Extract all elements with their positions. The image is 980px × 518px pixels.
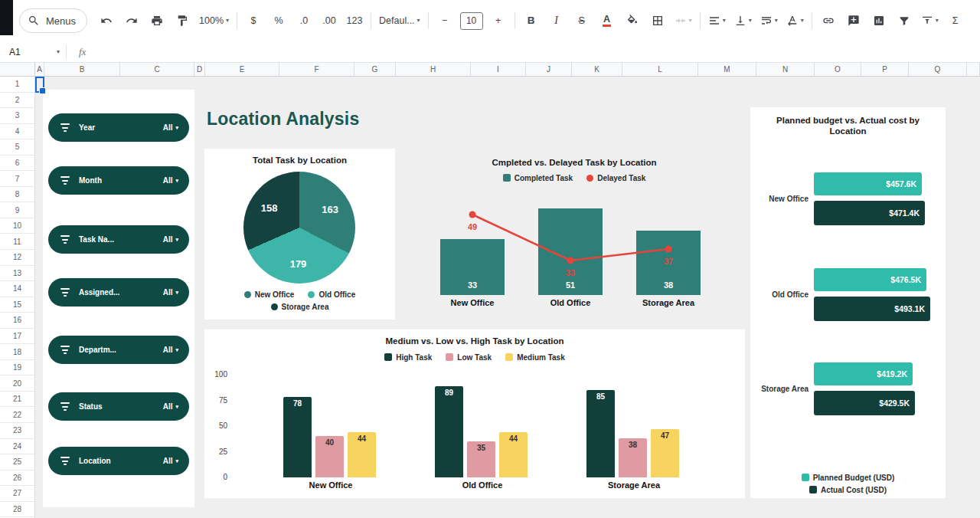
functions-button[interactable]: Σ (943, 9, 968, 32)
row-header-21[interactable]: 21 (0, 392, 34, 408)
strikethrough-button[interactable]: S (570, 9, 594, 32)
slicer-year[interactable]: YearAll▾ (48, 113, 189, 142)
select-all-corner[interactable] (0, 63, 35, 77)
row-header-12[interactable]: 12 (0, 250, 34, 266)
bar-completed-task[interactable]: 33 (440, 239, 505, 295)
formula-input[interactable] (86, 41, 980, 62)
combo-chart[interactable]: Cmpleted vs. Delayed Task by Location Co… (406, 153, 743, 314)
slicer-month[interactable]: MonthAll▾ (48, 166, 189, 195)
bold-button[interactable]: B (519, 9, 544, 32)
bar-low-task[interactable]: 40 (315, 436, 344, 477)
fill-color-button[interactable] (620, 9, 645, 32)
column-header-h[interactable]: H (396, 63, 471, 77)
row-header-24[interactable]: 24 (0, 439, 34, 455)
format-currency-button[interactable]: $ (241, 9, 266, 32)
filter-views-button[interactable]: ▾ (917, 9, 942, 32)
column-header-f[interactable]: F (279, 63, 354, 77)
redo-button[interactable] (119, 9, 144, 32)
column-header-partial[interactable] (967, 63, 980, 77)
italic-button[interactable]: I (544, 9, 569, 32)
row-header-3[interactable]: 3 (0, 108, 34, 124)
menus-button[interactable]: Menus (19, 8, 87, 33)
column-header-e[interactable]: E (205, 63, 279, 77)
bar-high-task[interactable]: 85 (586, 390, 615, 477)
column-header-i[interactable]: I (471, 63, 526, 77)
column-header-p[interactable]: P (861, 63, 909, 77)
bar-planned-budget[interactable]: $476.5K (814, 268, 926, 291)
print-button[interactable] (145, 9, 169, 32)
increase-decimal-button[interactable]: .00 (317, 9, 341, 32)
row-header-9[interactable]: 9 (0, 202, 34, 218)
bar-medium-task[interactable]: 47 (651, 429, 679, 477)
column-header-b[interactable]: B (44, 63, 120, 77)
slicer-assigned[interactable]: Assigned...All▾ (48, 278, 189, 307)
bar-planned-budget[interactable]: $419.2K (814, 362, 913, 385)
row-header-19[interactable]: 19 (0, 360, 34, 376)
more-formats-button[interactable]: 123 (342, 9, 367, 32)
bar-medium-task[interactable]: 44 (348, 432, 376, 477)
create-filter-button[interactable] (892, 9, 916, 32)
paint-format-button[interactable] (170, 9, 194, 32)
pie-chart-card[interactable]: Total Task by Location 163179158New Offi… (204, 149, 395, 320)
zoom-select[interactable]: 100%▾ (195, 9, 233, 32)
sheet-area[interactable]: YearAll▾MonthAll▾Task Na...All▾Assigned.… (35, 77, 980, 518)
insert-comment-button[interactable] (841, 9, 866, 32)
slicer-task-na[interactable]: Task Na...All▾ (48, 225, 189, 254)
bar-high-task[interactable]: 89 (435, 386, 463, 477)
slicer-departm[interactable]: Departm...All▾ (48, 336, 189, 364)
row-header-11[interactable]: 11 (0, 234, 34, 250)
row-header-2[interactable]: 2 (0, 93, 34, 109)
vertical-align-button[interactable]: ▾ (730, 9, 756, 32)
column-header-n[interactable]: N (756, 63, 815, 77)
row-header-1[interactable]: 1 (0, 77, 34, 93)
bar-actual-cost[interactable]: $493.1K (814, 297, 930, 321)
row-header-16[interactable]: 16 (0, 313, 34, 329)
format-percent-button[interactable]: % (266, 9, 291, 32)
increase-font-size-button[interactable]: + (486, 9, 511, 32)
decrease-font-size-button[interactable]: − (433, 9, 457, 32)
row-header-20[interactable]: 20 (0, 375, 34, 392)
bar-actual-cost[interactable]: $429.5K (814, 391, 915, 415)
row-header-18[interactable]: 18 (0, 344, 34, 360)
row-header-4[interactable]: 4 (0, 124, 34, 140)
borders-button[interactable] (645, 9, 670, 32)
row-header-5[interactable]: 5 (0, 139, 34, 156)
bar-planned-budget[interactable]: $457.6K (814, 172, 922, 195)
column-header-j[interactable]: J (526, 63, 572, 77)
row-header-17[interactable]: 17 (0, 329, 34, 345)
row-header-23[interactable]: 23 (0, 423, 34, 439)
column-header-d[interactable]: D (194, 63, 205, 77)
slicer-location[interactable]: LocationAll▾ (48, 447, 189, 475)
font-size-input[interactable]: 10 (460, 12, 483, 30)
bar-high-task[interactable]: 78 (283, 397, 312, 477)
row-header-22[interactable]: 22 (0, 407, 34, 423)
row-header-10[interactable]: 10 (0, 218, 34, 234)
column-header-g[interactable]: G (354, 63, 396, 77)
row-header-7[interactable]: 7 (0, 171, 34, 187)
row-header-6[interactable]: 6 (0, 156, 34, 172)
merge-cells-button[interactable]: ▾ (671, 9, 696, 32)
decrease-decimal-button[interactable]: .0 (292, 9, 316, 32)
text-rotation-button[interactable]: ▾ (782, 9, 808, 32)
column-header-q[interactable]: Q (909, 63, 967, 77)
row-header-28[interactable]: 28 (0, 502, 34, 518)
bar-completed-task[interactable]: 51 (538, 208, 603, 295)
cell-name-box[interactable]: A1 ▾ (0, 41, 66, 62)
column-header-a[interactable]: A (35, 63, 44, 77)
budget-chart-card[interactable]: Planned budget vs. Actual cost by Locati… (750, 107, 946, 498)
bar-actual-cost[interactable]: $471.4K (814, 201, 925, 225)
row-header-14[interactable]: 14 (0, 281, 34, 297)
bar-low-task[interactable]: 38 (619, 438, 647, 477)
column-header-c[interactable]: C (120, 63, 194, 77)
row-header-26[interactable]: 26 (0, 470, 34, 487)
text-wrap-button[interactable]: ▾ (756, 9, 782, 32)
row-header-15[interactable]: 15 (0, 297, 34, 313)
undo-button[interactable] (94, 9, 119, 32)
font-select[interactable]: Defaul...▾ (375, 9, 424, 32)
bar-medium-task[interactable]: 44 (499, 432, 528, 477)
row-header-8[interactable]: 8 (0, 187, 34, 203)
slicer-status[interactable]: StatusAll▾ (48, 392, 189, 421)
row-header-27[interactable]: 27 (0, 486, 34, 502)
horizontal-align-button[interactable]: ▾ (704, 9, 730, 32)
column-header-o[interactable]: O (815, 63, 861, 77)
